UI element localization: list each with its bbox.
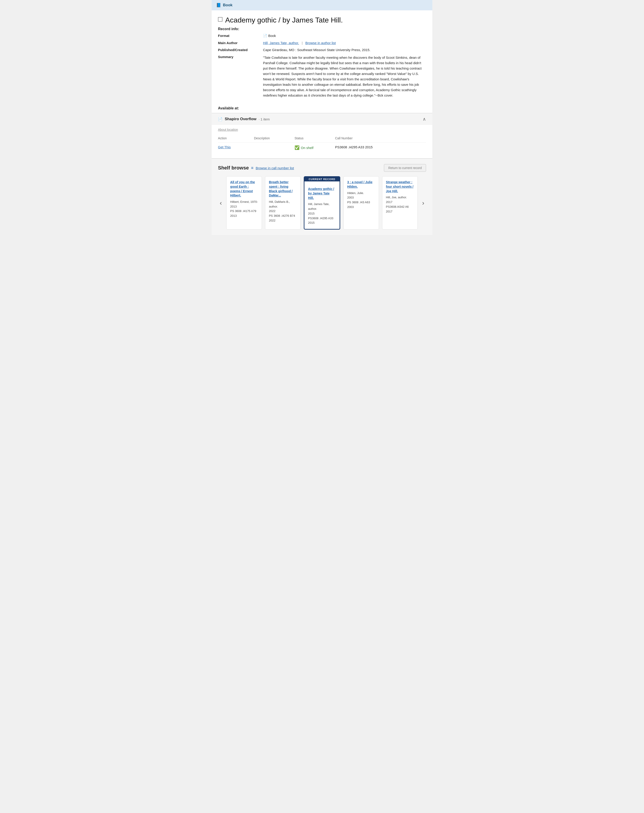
browse-author-list-link[interactable]: Browse in author list: [305, 41, 336, 45]
card-meta: Hill, Joe, author.2017PS3608.I4342 A6 20…: [386, 195, 414, 214]
shelf-browse-title: Shelf browse: [218, 165, 249, 171]
current-record-badge: CURRENT RECORD: [304, 177, 340, 181]
format-text: Book: [268, 34, 276, 38]
published-label: Published/Created: [218, 48, 263, 52]
col-description: Description: [254, 135, 294, 142]
select-record-checkbox[interactable]: [218, 17, 222, 21]
shelf-browse-header: Shelf browse ≡ Browse in call number lis…: [218, 164, 426, 172]
card-meta: Hilden, Julie.2003PS 3608 .I43 A63 2003: [347, 191, 375, 210]
carousel-prev-button[interactable]: ‹: [218, 199, 224, 207]
shelf-card: 3 : a novel / Julie Hilden.Hilden, Julie…: [343, 176, 379, 230]
main-author-value: Hill, James Tate, author. | Browse in au…: [263, 41, 426, 45]
card-content: 3 : a novel / Julie Hilden.Hilden, Julie…: [347, 180, 375, 209]
status-dot: ✅: [294, 145, 299, 150]
col-call-number: Call Number: [335, 135, 426, 142]
return-to-current-button[interactable]: Return to current record: [384, 164, 426, 172]
shelf-card: Breath better spent : living Black girlh…: [265, 176, 301, 230]
location-count: · 1 item: [259, 117, 270, 121]
summary-value: "Tate Cowlishaw is late for another facu…: [263, 55, 426, 98]
format-icon: 📄: [263, 34, 267, 38]
card-title-link[interactable]: Breath better spent : living Black girlh…: [269, 180, 293, 197]
item-description: [254, 142, 294, 153]
record-type-header: 📘 Book: [212, 0, 432, 10]
current-shelf-card: CURRENT RECORDAcademy gothic / by James …: [304, 176, 340, 230]
cards-container: All of you on the good Earth : poems / E…: [226, 176, 417, 230]
location-header-left: 📄 Shapiro Overflow · 1 item: [218, 117, 270, 121]
shelf-carousel: ‹ All of you on the good Earth : poems /…: [218, 176, 426, 230]
card-title-link[interactable]: 3 : a novel / Julie Hilden.: [347, 180, 373, 188]
call-number: PS3608 .I4295 A33 2015: [335, 142, 426, 153]
col-action: Action: [218, 135, 254, 142]
card-content: Strange weather : four short novels / Jo…: [386, 180, 414, 214]
main-author-label: Main Author: [218, 41, 263, 45]
location-name: Shapiro Overflow: [225, 117, 256, 121]
card-content: All of you on the good Earth : poems / E…: [230, 180, 258, 218]
shelf-card: All of you on the good Earth : poems / E…: [226, 176, 262, 230]
summary-label: Summary: [218, 55, 263, 98]
items-table: Action Description Status Call Number Ge…: [218, 135, 426, 153]
format-value: 📄 Book: [263, 34, 426, 38]
table-row: Get This ✅On shelf PS3608 .I4295 A33 201…: [218, 142, 426, 153]
author-link[interactable]: Hill, James Tate, author.: [263, 41, 299, 45]
record-info-label: Record info:: [218, 27, 426, 31]
location-section: 📄 Shapiro Overflow · 1 item ∧ About loca…: [212, 113, 432, 158]
col-status: Status: [294, 135, 335, 142]
card-title-link[interactable]: All of you on the good Earth : poems / E…: [230, 180, 255, 197]
card-content: Academy gothic / by James Tate Hill.Hill…: [308, 187, 336, 225]
record-info-table: Format 📄 Book Main Author Hill, James Ta…: [218, 34, 426, 98]
location-header[interactable]: 📄 Shapiro Overflow · 1 item ∧: [212, 113, 432, 125]
record-title: Academy gothic / by James Tate Hill.: [225, 16, 343, 24]
available-at-label: Available at:: [218, 106, 426, 110]
get-this-link[interactable]: Get This: [218, 145, 231, 149]
card-meta: Hilbert, Ernest, 1970-2013PS 3608 .I4175…: [230, 200, 258, 218]
title-area: Academy gothic / by James Tate Hill.: [212, 10, 432, 27]
record-type-label: Book: [223, 3, 233, 8]
card-meta: Hill, DaMaris B., author.2022PS 3608 .I4…: [269, 200, 297, 223]
carousel-next-button[interactable]: ›: [420, 199, 426, 207]
shelf-card: Strange weather : four short novels / Jo…: [382, 176, 418, 230]
published-value: Cape Girardeau, MO : Southeast Missouri …: [263, 48, 426, 52]
list-icon: ≡: [251, 166, 253, 170]
card-title-link[interactable]: Academy gothic / by James Tate Hill.: [308, 187, 334, 199]
location-icon: 📄: [218, 117, 222, 121]
card-title-link[interactable]: Strange weather : four short novels / Jo…: [386, 180, 413, 193]
location-body: About location Action Description Status…: [212, 125, 432, 158]
about-location-link[interactable]: About location: [218, 128, 238, 132]
status-badge: ✅On shelf: [294, 145, 335, 150]
book-icon: 📘: [216, 3, 221, 8]
record-info-section: Record info: Format 📄 Book Main Author H…: [212, 27, 432, 103]
shelf-browse-header-left: Shelf browse ≡ Browse in call number lis…: [218, 165, 294, 171]
browse-call-number-link[interactable]: Browse in call number list: [256, 166, 294, 170]
shelf-browse-section: Shelf browse ≡ Browse in call number lis…: [212, 158, 432, 235]
format-label: Format: [218, 34, 263, 38]
available-at-section: Available at:: [212, 103, 432, 110]
collapse-icon[interactable]: ∧: [423, 116, 426, 122]
card-meta: Hill, James Tate, author.2015PS3608 .I42…: [308, 202, 336, 225]
author-separator: |: [302, 41, 303, 45]
card-content: Breath better spent : living Black girlh…: [269, 180, 297, 223]
